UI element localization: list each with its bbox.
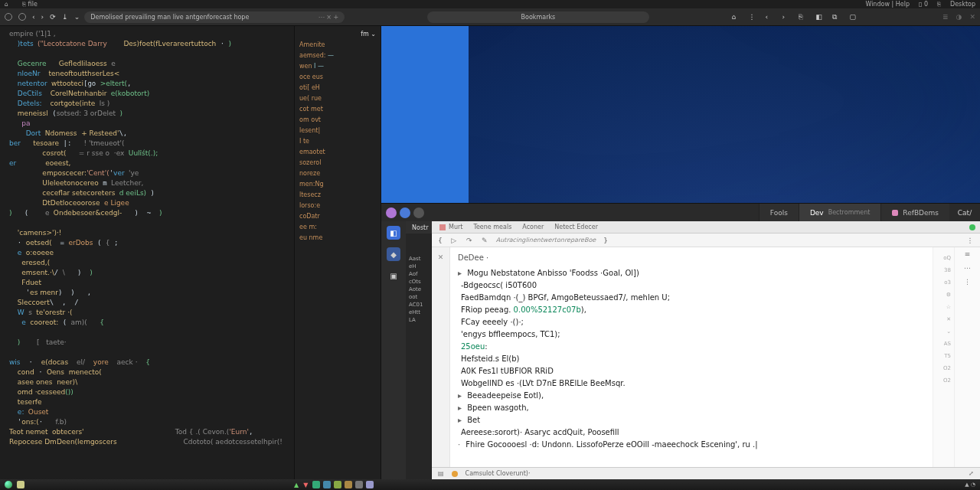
taskbar-app-1[interactable]	[17, 481, 24, 488]
taskbar-app[interactable]	[355, 481, 363, 488]
file-sidelist[interactable]: AasteHAofcOtsAoteootAC01eHttLA	[406, 234, 432, 479]
os-menu-window[interactable]: Window | Help	[865, 1, 910, 8]
outline-header[interactable]: fm ⌄	[299, 29, 376, 40]
stop-button[interactable]: ⤓	[62, 13, 68, 21]
source-line[interactable]: 25oeu:	[458, 341, 925, 353]
maximize-icon[interactable]: ▢	[849, 13, 857, 21]
activity-extensions-icon[interactable]: ▣	[387, 269, 400, 283]
next-icon[interactable]: ›	[782, 13, 789, 21]
taskbar-app[interactable]	[323, 481, 331, 488]
taskbar-app[interactable]	[334, 481, 341, 488]
taskbar-app[interactable]	[345, 481, 352, 488]
menu-icon[interactable]: ≣	[942, 13, 949, 21]
os-taskbar[interactable]: ▲ ▼ ▲ ◔	[0, 479, 980, 490]
taskbar-app[interactable]	[312, 481, 320, 488]
sidelist-item[interactable]: AC01	[406, 301, 431, 309]
activity-debug-icon[interactable]: ◆	[387, 247, 400, 261]
outline-item[interactable]: lesent|	[299, 126, 376, 136]
close-icon[interactable]: ✕	[969, 13, 975, 21]
subtab-4[interactable]: Netect Edecer	[554, 224, 598, 230]
outline-item[interactable]: cot met	[299, 104, 376, 115]
back-button[interactable]: ‹	[32, 13, 35, 21]
play-icon[interactable]: ▷	[450, 237, 458, 244]
sidelist-item[interactable]: Aof	[406, 270, 431, 278]
dropdown-icon[interactable]: ⌄	[74, 13, 80, 21]
console-toggle-icon[interactable]: ▤	[438, 470, 444, 477]
avatar-2[interactable]	[400, 207, 410, 218]
taskbar-app[interactable]	[366, 481, 374, 488]
outline-item[interactable]: lorso:e	[299, 201, 376, 211]
breadcrumb-path[interactable]: AutracinglinentwertonrepareBoe	[496, 237, 596, 243]
source-line[interactable]: 'engys bffleempocs, TC1);	[458, 328, 925, 341]
outline-item[interactable]: emaotet	[299, 147, 376, 158]
gutter-cell[interactable]: ✕	[432, 252, 449, 263]
source-line[interactable]: ▸ Bet	[458, 414, 925, 426]
outline-item[interactable]: om ovt	[299, 115, 376, 126]
window-control[interactable]	[18, 13, 26, 21]
address-bar[interactable]: Demolised prevailing man live antgenfore…	[84, 11, 345, 23]
tab-dev[interactable]: Dev Bectromment	[799, 204, 880, 221]
outline-item[interactable]: wen I —	[299, 61, 376, 72]
reload-button[interactable]: ⟳	[50, 13, 56, 21]
avatar-1[interactable]	[386, 207, 397, 218]
sidelist-item[interactable]: LA	[406, 316, 431, 324]
source-line[interactable]: · Fhire Gocoooesl ·d: Undonn. LissofoPer…	[458, 439, 925, 451]
download-icon[interactable]: ⌂	[731, 13, 739, 21]
outline-item[interactable]: men:Ng	[299, 179, 376, 190]
source-line[interactable]: ▸ Beeadeepeise Eotl),	[458, 390, 925, 402]
outline-item[interactable]: ue( rue	[299, 93, 376, 104]
code-editor[interactable]: empire ('1|1 , )tets ("Lecotcatone Darry…	[0, 26, 294, 479]
split-icon[interactable]: ⧉	[832, 13, 840, 21]
sidelist-item[interactable]: eHtt	[406, 309, 431, 316]
outline-panel[interactable]: fm ⌄ Amenite aemsed: —wen I — oce eus ot…	[294, 26, 381, 479]
expand-icon[interactable]: ⤢	[969, 470, 974, 477]
outline-item[interactable]: sozerol	[299, 158, 376, 168]
os-app-menu[interactable]: ⎘ file	[22, 1, 38, 8]
more-icon[interactable]: ⋮	[748, 13, 756, 21]
gutter-cell[interactable]	[432, 296, 449, 299]
step-icon[interactable]: ↷	[466, 237, 473, 244]
sidepanel-icon[interactable]: ◧	[815, 13, 823, 21]
outline-item[interactable]: ee m:	[299, 222, 376, 233]
annotation-icon[interactable]: ≡	[963, 250, 972, 260]
annotation-icon[interactable]: ⋮	[963, 278, 972, 287]
outline-item[interactable]: eu nme	[299, 233, 376, 243]
page-viewport[interactable]	[381, 26, 980, 203]
extension-icon[interactable]: ⎘	[799, 13, 806, 21]
avatar-3[interactable]	[413, 207, 424, 218]
source-line[interactable]: Aereese:sorort)· Asaryc acdQuit, Poosefi…	[458, 426, 925, 439]
source-line[interactable]: ▸ Bpeen wasgoth,	[458, 402, 925, 414]
os-copy-icon[interactable]: ⎘	[937, 1, 941, 8]
forward-button[interactable]: ›	[41, 13, 44, 21]
omnibox-center[interactable]: Bookmarks	[427, 11, 649, 23]
source-line[interactable]: WobgeIlND es ·(LVt D7nE BRElLle BeeMsqr.	[458, 377, 925, 390]
outline-item[interactable]: oti[ eH	[299, 83, 376, 93]
source-line[interactable]: -Bdgeocsc( i50T600	[458, 279, 925, 292]
outline-item[interactable]: oce eus	[299, 72, 376, 83]
outline-item[interactable]: aemsed: —	[299, 51, 376, 61]
source-content[interactable]: DeDee · ▸ Mogu Nebstatone Anbisso 'Foods…	[450, 247, 933, 467]
edit-icon[interactable]: ✎	[481, 237, 488, 244]
tab-refdems[interactable]: RefBDems	[880, 204, 949, 221]
tab-tools[interactable]: Fools	[759, 204, 799, 221]
overflow-icon[interactable]: ⋮	[966, 237, 974, 244]
activity-explorer-icon[interactable]: ◧	[387, 226, 400, 240]
breakpoint-gutter[interactable]: ✕	[432, 247, 450, 467]
annotation-icon[interactable]: ⋯	[963, 264, 972, 273]
subtab-2[interactable]: Teene meals	[473, 224, 511, 230]
source-line[interactable]: FCay eeeely ·()·;	[458, 316, 925, 328]
outline-item[interactable]: I te	[299, 136, 376, 147]
outline-item[interactable]: ltesecz	[299, 190, 376, 201]
outline-item[interactable]: Amenite	[299, 40, 376, 51]
sidelist-item[interactable]: eH	[406, 263, 431, 270]
subtab-murt[interactable]: Murt	[439, 224, 462, 230]
start-button[interactable]	[5, 481, 12, 488]
source-line[interactable]: Hefsteid.s El(b)	[458, 353, 925, 365]
os-desktop-label[interactable]: Desktop	[950, 1, 975, 8]
source-line[interactable]: A0K Fes1l tUBFlOR RRiD	[458, 365, 925, 377]
devtools-settings[interactable]: Cat/	[949, 204, 980, 221]
sidelist-item[interactable]: Aote	[406, 286, 431, 293]
theme-icon[interactable]: ◑	[956, 13, 962, 21]
sidelist-item[interactable]: Aast	[406, 255, 431, 263]
sidelist-item[interactable]: cOts	[406, 278, 431, 286]
